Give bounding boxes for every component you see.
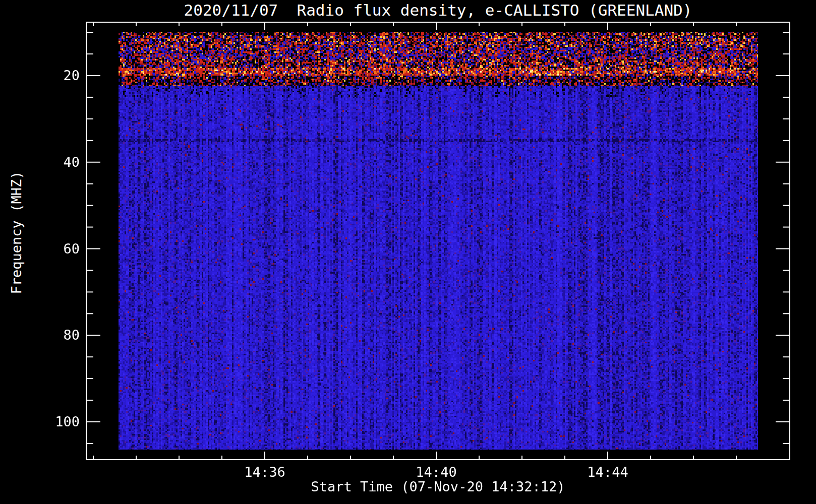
x-tick-label: 14:40 — [396, 464, 477, 480]
x-tick-label: 14:44 — [567, 464, 648, 480]
y-tick-label: 40 — [24, 155, 80, 170]
y-tick-label: 80 — [24, 328, 80, 343]
x-axis-label: Start Time (07-Nov-20 14:32:12) — [86, 479, 790, 494]
y-tick-label: 100 — [24, 414, 80, 429]
y-tick-label: 20 — [24, 68, 80, 83]
y-tick-label: 60 — [24, 241, 80, 257]
x-tick-label: 14:36 — [224, 464, 305, 480]
axes-frame-and-ticks — [0, 0, 816, 504]
plot-frame — [86, 22, 790, 460]
spectrogram-figure: 2020/11/07 Radio flux density, e-CALLIST… — [0, 0, 816, 504]
